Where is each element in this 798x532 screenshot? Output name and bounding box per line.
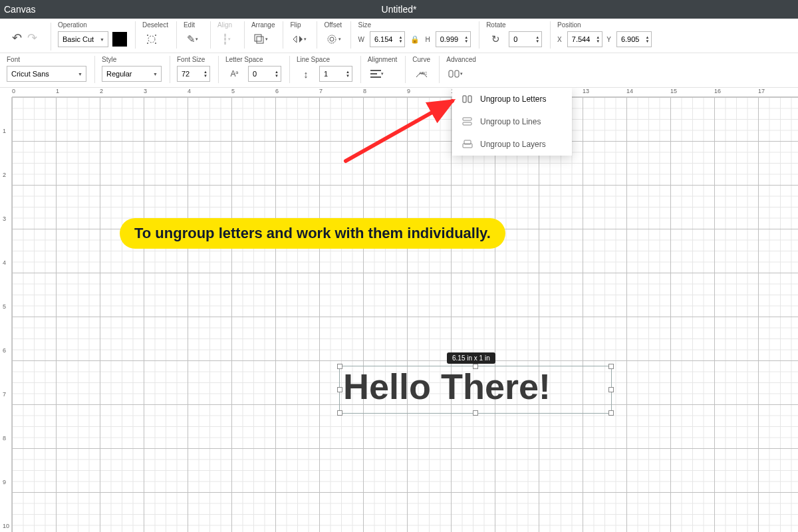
toolbar-primary: ↶ ↷ Operation Basic Cut Deselect Edit ✎▾… [0, 19, 798, 53]
svg-point-3 [147, 43, 148, 44]
height-input[interactable]: 0.999▲▼ [436, 31, 471, 47]
pos-y-input[interactable]: 6.905▲▼ [616, 31, 652, 47]
svg-point-0 [148, 36, 155, 43]
font-select[interactable]: Cricut Sans [7, 66, 86, 82]
svg-rect-12 [463, 96, 466, 102]
ungroup-letters-icon [462, 94, 473, 104]
ungroup-lines-item[interactable]: Ungroup to Lines [452, 110, 572, 133]
svg-rect-13 [468, 96, 471, 102]
lock-aspect-icon[interactable]: 🔒 [409, 35, 421, 44]
ungroup-letters-item[interactable]: Ungroup to Letters [452, 88, 572, 110]
letterspace-icon: Aᵃ [225, 65, 244, 83]
curve-icon: ABC [415, 69, 428, 78]
deselect-button[interactable] [142, 30, 161, 49]
linespace-icon: ↕ [297, 65, 315, 83]
dimension-badge: 6.15 in x 1 in [447, 352, 495, 364]
svg-rect-5 [257, 37, 263, 43]
ruler-horizontal: 01234567891011121314151617 [12, 88, 798, 97]
svg-point-8 [330, 37, 334, 41]
rotate-icon: ↻ [486, 30, 505, 49]
ruler-vertical: 12345678910 [0, 97, 12, 532]
advanced-icon [448, 69, 460, 78]
redo-button[interactable]: ↷ [27, 31, 37, 45]
deselect-icon [145, 33, 158, 46]
svg-point-1 [147, 35, 148, 36]
letterspace-input[interactable]: 0▲▼ [248, 66, 281, 82]
svg-text:ABC: ABC [419, 71, 428, 75]
style-select[interactable]: Regular [102, 66, 162, 82]
ungroup-layers-item[interactable]: Ungroup to Layers [452, 133, 572, 156]
flip-button[interactable]: ▾ [290, 30, 309, 49]
pos-x-input[interactable]: 7.544▲▼ [567, 31, 602, 47]
arrange-button[interactable]: ▾ [251, 30, 270, 49]
align-button: ┇▾ [217, 30, 236, 49]
ungroup-layers-icon [462, 140, 473, 149]
rotate-input[interactable]: 0▲▼ [509, 31, 542, 47]
svg-rect-6 [255, 35, 261, 41]
alignment-button[interactable]: ▾ [368, 65, 386, 83]
svg-point-7 [328, 35, 336, 43]
operation-select[interactable]: Basic Cut [58, 31, 108, 47]
linespace-input[interactable]: 1▲▼ [319, 66, 352, 82]
width-input[interactable]: 6.154▲▼ [370, 31, 405, 47]
color-swatch[interactable] [112, 32, 127, 47]
svg-rect-15 [463, 122, 471, 125]
canvas-grid [12, 97, 798, 532]
curve-button[interactable]: ABC [412, 65, 431, 83]
text-object[interactable]: Hello There! [343, 366, 551, 407]
arrange-icon [253, 33, 265, 45]
svg-point-2 [155, 35, 156, 36]
svg-rect-14 [463, 118, 471, 120]
title-bar: Canvas Untitled* [0, 0, 798, 19]
canvas-area[interactable]: 01234567891011121314151617 12345678910 U… [0, 88, 798, 532]
toolbar-text: Font Cricut Sans Style Regular Font Size… [0, 53, 798, 88]
svg-rect-11 [455, 70, 459, 77]
annotation-callout: To ungroup letters and work with them in… [120, 218, 505, 249]
flip-icon [292, 35, 304, 44]
svg-point-4 [155, 43, 156, 44]
operation-group: Operation Basic Cut [58, 21, 136, 49]
ungroup-lines-icon [462, 117, 473, 126]
align-left-icon [370, 70, 381, 78]
offset-button[interactable]: ▾ [324, 30, 342, 49]
offset-icon [325, 33, 338, 46]
undo-button[interactable]: ↶ [12, 31, 22, 45]
advanced-dropdown: Ungroup to Letters Ungroup to Lines Ungr… [452, 88, 572, 156]
app-name: Canvas [4, 4, 35, 15]
advanced-button[interactable]: ▾ [446, 65, 465, 83]
fontsize-input[interactable]: 72▲▼ [177, 66, 210, 82]
document-title: Untitled* [382, 4, 417, 15]
edit-button[interactable]: ✎▾ [184, 30, 202, 49]
svg-rect-10 [449, 70, 453, 77]
